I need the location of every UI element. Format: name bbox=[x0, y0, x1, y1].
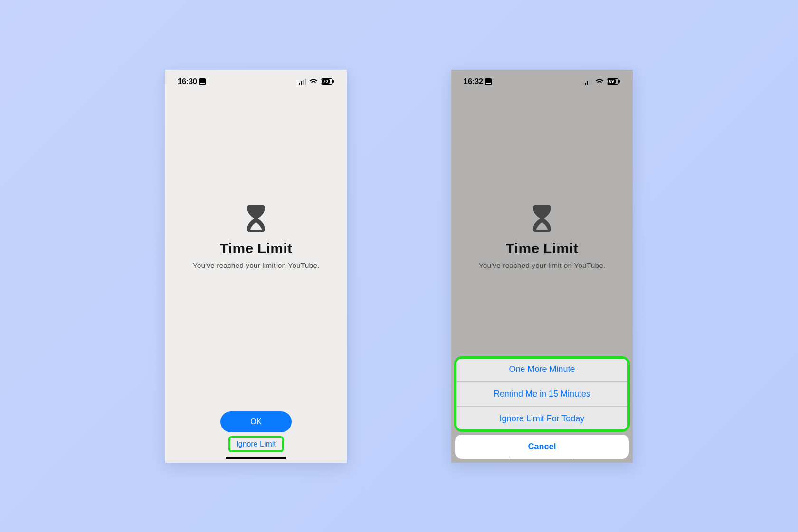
bottom-actions: OK Ignore Limit bbox=[165, 411, 347, 463]
remind-15-minutes-button[interactable]: Remind Me in 15 Minutes bbox=[455, 381, 629, 406]
page-subtitle: You've reached your limit on YouTube. bbox=[479, 261, 606, 270]
time-limit-screen: Time Limit You've reached your limit on … bbox=[165, 70, 347, 434]
action-sheet-options: One More Minute Remind Me in 15 Minutes … bbox=[455, 357, 629, 431]
phone-screenshot-left: 16:30 70 Time Limit You've reached your … bbox=[165, 70, 347, 463]
phone-screenshot-right: 16:32 69 Time Limit You've reached your … bbox=[451, 70, 633, 463]
action-sheet-cancel-group: Cancel bbox=[455, 435, 629, 459]
action-sheet: One More Minute Remind Me in 15 Minutes … bbox=[455, 357, 629, 459]
ignore-limit-button[interactable]: Ignore Limit bbox=[229, 437, 283, 451]
page-title: Time Limit bbox=[506, 240, 578, 256]
hourglass-icon bbox=[532, 205, 551, 232]
ok-button[interactable]: OK bbox=[220, 411, 292, 432]
page-title: Time Limit bbox=[220, 240, 292, 256]
ignore-limit-today-button[interactable]: Ignore Limit For Today bbox=[455, 406, 629, 431]
page-subtitle: You've reached your limit on YouTube. bbox=[193, 261, 320, 270]
one-more-minute-button[interactable]: One More Minute bbox=[455, 357, 629, 381]
cancel-button[interactable]: Cancel bbox=[455, 435, 629, 459]
hourglass-icon bbox=[247, 205, 266, 232]
home-indicator[interactable] bbox=[226, 457, 286, 459]
